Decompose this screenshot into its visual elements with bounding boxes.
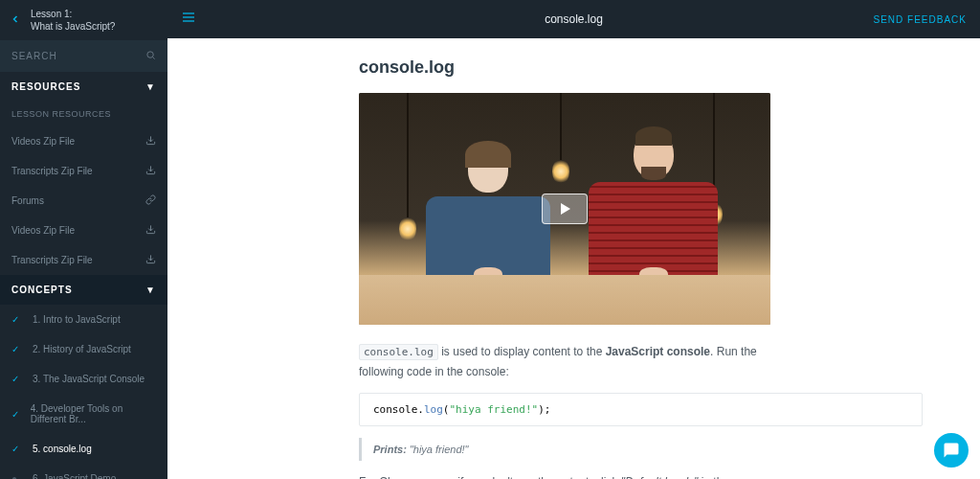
send-feedback-link[interactable]: SEND FEEDBACK	[874, 14, 967, 25]
code-block: console.log("hiya friend!");	[359, 393, 923, 426]
lesson-header: Lesson 1: What is JavaScript?	[0, 0, 167, 40]
concept-item[interactable]: ●6. JavaScript Demo	[0, 464, 167, 479]
resource-label: Videos Zip File	[11, 225, 75, 236]
content-area: console.log console.log is used to displ…	[167, 38, 980, 479]
concept-item[interactable]: ✓5. console.log	[0, 434, 167, 464]
check-icon: ✓	[11, 409, 23, 420]
chat-button[interactable]	[934, 433, 969, 468]
check-icon: ✓	[11, 344, 25, 354]
code-inline: console.log	[359, 344, 438, 360]
concept-item[interactable]: ✓2. History of JavaScript	[0, 334, 167, 364]
link-icon	[145, 194, 156, 207]
download-icon	[145, 254, 156, 266]
concept-heading: console.log	[359, 57, 923, 78]
concept-item[interactable]: ✓3. The JavaScript Console	[0, 364, 167, 394]
intro-paragraph: console.log is used to display content t…	[359, 342, 770, 381]
sidebar: Lesson 1: What is JavaScript? SEARCH RES…	[0, 0, 167, 479]
svg-point-0	[147, 52, 153, 57]
search-icon	[145, 50, 156, 62]
video-player[interactable]	[359, 93, 770, 325]
check-icon: ✓	[11, 374, 25, 384]
resource-item[interactable]: Forums	[0, 186, 167, 216]
play-icon[interactable]	[542, 194, 588, 224]
resource-label: Transcripts Zip File	[11, 255, 93, 265]
concept-label: 6. JavaScript Demo	[33, 473, 116, 479]
output-block: Prints: "hiya friend!"	[359, 438, 923, 461]
check-icon: ✓	[11, 314, 25, 325]
search-input[interactable]: SEARCH	[0, 40, 167, 72]
menu-icon[interactable]	[181, 10, 196, 29]
main: console.log SEND FEEDBACK console.log co…	[167, 0, 980, 479]
resource-item[interactable]: Videos Zip File	[0, 126, 167, 156]
resources-header[interactable]: RESOURCES ▼	[0, 72, 167, 102]
page-title: console.log	[545, 12, 603, 26]
download-icon	[145, 165, 156, 177]
resource-label: Forums	[11, 195, 44, 206]
concepts-header[interactable]: CONCEPTS ▼	[0, 275, 167, 305]
lesson-title: Lesson 1: What is JavaScript?	[31, 8, 115, 33]
resource-item[interactable]: Videos Zip File	[0, 216, 167, 245]
svg-line-1	[153, 57, 155, 59]
concept-label: 2. History of JavaScript	[33, 344, 131, 354]
download-icon	[145, 224, 156, 237]
concept-item[interactable]: ✓1. Intro to JavaScript	[0, 305, 167, 334]
check-icon: ✓	[11, 444, 25, 454]
resource-item[interactable]: Transcripts Zip File	[0, 156, 167, 186]
concept-label: 5. console.log	[33, 444, 92, 454]
lesson-resources-label: LESSON RESOURCES	[0, 102, 167, 126]
concept-label: 3. The JavaScript Console	[33, 374, 145, 384]
topbar: console.log SEND FEEDBACK	[167, 0, 980, 38]
chrome-paragraph: For Chrome users, if you don't see the o…	[359, 472, 770, 479]
concept-item[interactable]: ✓4. Developer Tools on Different Br...	[0, 394, 167, 434]
back-icon[interactable]	[10, 13, 21, 27]
chevron-down-icon: ▼	[145, 81, 156, 92]
resource-item[interactable]: Transcripts Zip File	[0, 245, 167, 275]
download-icon	[145, 135, 156, 148]
resource-label: Transcripts Zip File	[11, 166, 93, 176]
resource-label: Videos Zip File	[11, 136, 75, 147]
concept-label: 1. Intro to JavaScript	[33, 314, 121, 325]
chevron-down-icon: ▼	[145, 285, 156, 295]
dot-icon: ●	[11, 473, 25, 479]
concept-label: 4. Developer Tools on Different Br...	[31, 403, 156, 424]
